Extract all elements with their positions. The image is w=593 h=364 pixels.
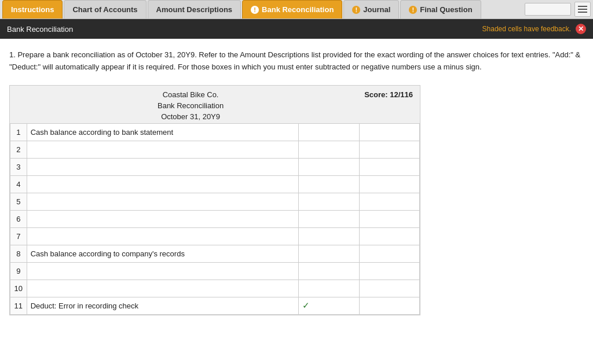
instructions-paragraph: 1. Prepare a bank reconciliation as of O… (0, 39, 591, 79)
row-input-2[interactable] (359, 158, 419, 175)
row-label (27, 262, 299, 280)
tab-instructions[interactable]: Instructions (2, 0, 63, 19)
page-header: Bank Reconciliation Shaded cells have fe… (0, 19, 593, 39)
row-input-2[interactable] (359, 262, 419, 280)
row-input-2[interactable] (359, 280, 419, 297)
row-number: 4 (10, 175, 27, 193)
tab-journal[interactable]: Journal (343, 0, 399, 19)
table-row: 10 (10, 280, 420, 297)
row-input-1[interactable] (299, 280, 359, 297)
table-row: 2 (10, 141, 420, 158)
row-input-1[interactable] (299, 175, 359, 193)
row-number: 9 (10, 262, 27, 280)
row-input-2[interactable] (359, 141, 419, 158)
row-number: 7 (10, 227, 27, 245)
tab-bar: Instructions Chart of Accounts Amount De… (0, 0, 593, 19)
row-label: Cash balance according to company's reco… (27, 245, 299, 262)
table-row: 3 (10, 158, 420, 175)
row-input-2[interactable] (359, 227, 419, 245)
tab-bank-reconciliation[interactable]: Bank Reconciliation (242, 0, 342, 19)
row-input-2[interactable] (359, 245, 419, 262)
table-row: 9 (10, 262, 420, 280)
menu-button[interactable] (574, 2, 591, 17)
row-input-1[interactable] (299, 245, 359, 262)
reconciliation-table: 1Cash balance according to bank statemen… (10, 123, 420, 315)
table-row: 11Deduct: Error in recording check✓ (10, 297, 420, 314)
tab-chart-of-accounts[interactable]: Chart of Accounts (64, 0, 146, 19)
search-bar[interactable] (525, 3, 571, 16)
row-number: 10 (10, 280, 27, 297)
recon-date: October 31, 20Y9 (17, 112, 364, 121)
row-number: 1 (10, 123, 27, 141)
row-label (27, 158, 299, 175)
row-input-1[interactable] (299, 158, 359, 175)
row-number: 11 (10, 297, 27, 314)
recon-header-block: Coastal Bike Co. Bank Reconciliation Oct… (10, 86, 420, 123)
score-label: Score: 12/116 (364, 90, 413, 99)
table-row: 7 (10, 227, 420, 245)
table-row: 6 (10, 210, 420, 227)
row-label (27, 175, 299, 193)
reconciliation-area: Coastal Bike Co. Bank Reconciliation Oct… (9, 85, 420, 315)
row-input-1[interactable] (299, 227, 359, 245)
company-name: Coastal Bike Co. (17, 90, 364, 99)
table-row: 5 (10, 193, 420, 210)
row-label (27, 193, 299, 210)
row-number: 5 (10, 193, 27, 210)
checkmark-icon: ✓ (302, 300, 310, 310)
table-row: 1Cash balance according to bank statemen… (10, 123, 420, 141)
row-label: Cash balance according to bank statement (27, 123, 299, 141)
company-block: Coastal Bike Co. Bank Reconciliation Oct… (17, 90, 364, 121)
feedback-message: Shaded cells have feedback. (482, 25, 571, 33)
row-number: 2 (10, 141, 27, 158)
row-number: 6 (10, 210, 27, 227)
row-input-2[interactable] (359, 175, 419, 193)
row-number: 3 (10, 158, 27, 175)
page-title: Bank Reconciliation (7, 25, 73, 34)
close-button[interactable]: ✕ (576, 24, 586, 34)
row-input-1[interactable] (299, 210, 359, 227)
tab-final-question[interactable]: Final Question (400, 0, 481, 19)
table-row: 4 (10, 175, 420, 193)
row-input-1[interactable] (299, 141, 359, 158)
table-row: 8Cash balance according to company's rec… (10, 245, 420, 262)
row-input-1[interactable] (299, 262, 359, 280)
row-label (27, 280, 299, 297)
row-input-2[interactable] (359, 210, 419, 227)
row-label: Deduct: Error in recording check (27, 297, 299, 314)
row-input-2[interactable] (359, 297, 419, 314)
menu-icon (578, 6, 587, 13)
row-input-1[interactable] (299, 123, 359, 141)
row-input-2[interactable] (359, 123, 419, 141)
recon-title: Bank Reconciliation (17, 101, 364, 110)
row-input-1[interactable]: ✓ (299, 297, 359, 314)
row-input-2[interactable] (359, 193, 419, 210)
row-input-1[interactable] (299, 193, 359, 210)
row-label (27, 227, 299, 245)
row-number: 8 (10, 245, 27, 262)
row-label (27, 141, 299, 158)
tab-amount-descriptions[interactable]: Amount Descriptions (148, 0, 241, 19)
row-label (27, 210, 299, 227)
